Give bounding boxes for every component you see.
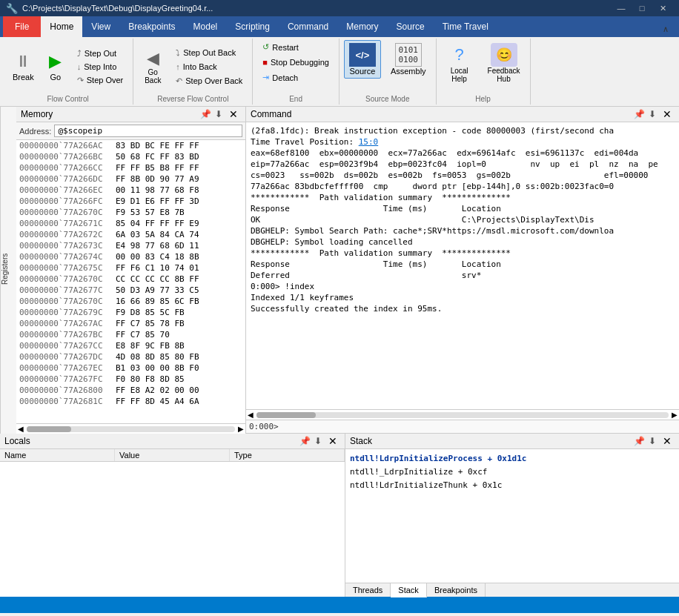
memory-panel-title: Memory [21,109,196,119]
memory-row: 00000000`77A2670C 16 66 89 85 6C FB [16,296,245,307]
stack-options-button[interactable]: ⬇ [646,435,658,447]
step-into-back-icon: ↑ [176,62,180,71]
memory-close-button[interactable]: ✕ [226,108,241,120]
assembly-icon: 01010100 [395,43,422,67]
tab-time-travel[interactable]: Time Travel [434,16,497,37]
feedback-hub-button[interactable]: 😊 Feedback Hub [483,40,526,86]
memory-options-button[interactable]: ⬇ [213,108,225,120]
tab-stack[interactable]: Stack [391,583,427,597]
stack-item: ntdll!LdrInitializeThunk + 0x1c [348,479,676,492]
tab-memory[interactable]: Memory [337,16,387,37]
source-button[interactable]: </> Source [344,40,381,79]
locals-close-button[interactable]: ✕ [325,435,340,447]
memory-row: 00000000`77A2671C 85 04 FF FF FF E9 [16,218,245,229]
memory-row: 00000000`77A267DC 4D 08 8D 85 80 FB [16,351,245,362]
memory-row: 00000000`77A267CC E8 8F 9C FB 8B [16,340,245,351]
stack-item: ntdll!_LdrpInitialize + 0xcf [348,466,676,479]
address-input[interactable] [54,125,242,137]
step-over-button[interactable]: ↷ Step Over [72,73,129,87]
stop-icon: ■ [262,58,268,67]
locals-panel-header: Locals 📌 ⬇ ✕ [0,434,345,449]
stack-item: ntdll!LdrpInitializeProcess + 0x1d1c [348,452,676,466]
tab-breakpoints-bottom[interactable]: Breakpoints [427,583,486,597]
step-out-button[interactable]: ⤴ Step Out [72,47,129,60]
memory-panel: Memory 📌 ⬇ ✕ Address: 00000000`77A266AC … [16,107,246,434]
memory-panel-header: Memory 📌 ⬇ ✕ [16,107,245,122]
break-button[interactable]: ⏸ Break [7,49,39,85]
maximize-button[interactable]: □ [632,0,652,16]
locals-col-value: Value [115,449,230,461]
locals-body[interactable] [0,462,345,597]
feedback-hub-icon: 😊 [491,43,517,67]
command-line: DBGHELP: Symbol Search Path: cache*;SRV*… [251,225,675,236]
scroll-left-icon[interactable]: ◀ [18,425,24,433]
command-panel-title: Command [251,109,630,119]
minimize-button[interactable]: — [611,0,632,16]
locals-options-button[interactable]: ⬇ [312,435,324,447]
go-back-button[interactable]: ◀ Go Back [138,46,168,87]
step-out-back-button[interactable]: ⤵ Step Out Back [170,46,248,59]
memory-row: 00000000`77A2674C 00 00 83 C4 18 8B [16,251,245,262]
memory-row: 00000000`77A267AC FF C7 85 78 FB [16,318,245,329]
time-travel-link[interactable]: 15:0 [359,137,379,147]
command-hscrollbar[interactable]: ◀ ▶ [246,409,679,420]
memory-row: 00000000`77A266FC E9 D1 E6 FF FF 3D [16,196,245,207]
go-button[interactable]: ▶ Go [42,49,69,85]
command-line: eip=77a266ac esp=0023f9b4 ebp=0023fc04 i… [251,159,675,170]
reverse-flow-label: Reverse Flow Control [157,95,228,103]
close-button[interactable]: ✕ [652,0,673,16]
step-into-button[interactable]: ↓ Step Into [72,60,129,73]
ribbon-collapse-button[interactable]: ∧ [655,21,676,37]
command-pin-button[interactable]: 📌 [633,108,645,120]
reverse-flow-group: ◀ Go Back ⤵ Step Out Back ↑ Into Back ↶ … [133,39,253,105]
workspace: Registers Memory 📌 ⬇ ✕ Address: 00000000… [0,107,679,597]
stop-debugging-button[interactable]: ■ Stop Debugging [257,56,334,69]
tab-command[interactable]: Command [279,16,337,37]
cmd-scroll-right-icon[interactable]: ▶ [672,411,678,419]
local-help-button[interactable]: ? Local Help [441,40,478,86]
tab-scripting[interactable]: Scripting [226,16,279,37]
command-line: Response Time (ms) Location [251,203,675,214]
detach-button[interactable]: ⇥ Detach [257,70,303,85]
stack-content[interactable]: ntdll!LdrpInitializeProcess + 0x1d1c ntd… [345,449,679,583]
restart-button[interactable]: ↺ Restart [257,40,303,54]
stack-panel-header: Stack 📌 ⬇ ✕ [345,434,679,449]
cmd-scroll-left-icon[interactable]: ◀ [248,411,254,419]
address-label: Address: [19,127,51,136]
tab-source[interactable]: Source [388,16,434,37]
app-icon: 🔧 [6,3,18,14]
command-line: (2fa8.1fdc): Break instruction exception… [251,125,675,136]
command-options-button[interactable]: ⬇ [646,108,658,120]
step-into-back-button[interactable]: ↑ Into Back [170,60,248,73]
command-input-bar: 0:000> [246,420,679,433]
step-over-back-icon: ↶ [176,76,182,86]
locals-panel-title: Locals [4,436,296,446]
memory-row: 00000000`77A267BC FF C7 85 70 [16,329,245,340]
locals-col-type: Type [230,449,345,461]
memory-content[interactable]: 00000000`77A266AC 83 BD BC FE FF FF 0000… [16,140,245,423]
command-input[interactable] [279,422,676,431]
stack-pin-button[interactable]: 📌 [633,435,645,447]
break-icon: ⏸ [15,52,31,71]
tab-threads[interactable]: Threads [345,583,391,597]
step-over-back-button[interactable]: ↶ Step Over Back [170,74,248,88]
right-area: Command 📌 ⬇ ✕ (2fa8.1fdc): Break instruc… [246,107,679,434]
go-back-icon: ◀ [147,49,159,68]
scroll-right-icon[interactable]: ▶ [238,425,244,433]
command-close-button[interactable]: ✕ [660,108,675,120]
tab-home[interactable]: Home [41,16,82,37]
tab-model[interactable]: Model [185,16,227,37]
memory-hscrollbar[interactable]: ◀ ▶ [16,423,245,434]
locals-pin-button[interactable]: 📌 [299,435,311,447]
memory-pin-button[interactable]: 📌 [199,108,211,120]
registers-panel: Registers [0,107,16,434]
command-output[interactable]: (2fa8.1fdc): Break instruction exception… [246,122,679,409]
flow-control-label: Flow Control [47,95,89,103]
assembly-button[interactable]: 01010100 Assembly [385,40,431,79]
tab-breakpoints[interactable]: Breakpoints [119,16,184,37]
stack-close-button[interactable]: ✕ [660,435,675,447]
stack-panel: Stack 📌 ⬇ ✕ ntdll!LdrpInitializeProcess … [345,434,679,597]
tab-view[interactable]: View [82,16,119,37]
source-mode-group: </> Source 01010100 Assembly Source Mode [340,39,437,105]
tab-file[interactable]: File [3,16,41,37]
